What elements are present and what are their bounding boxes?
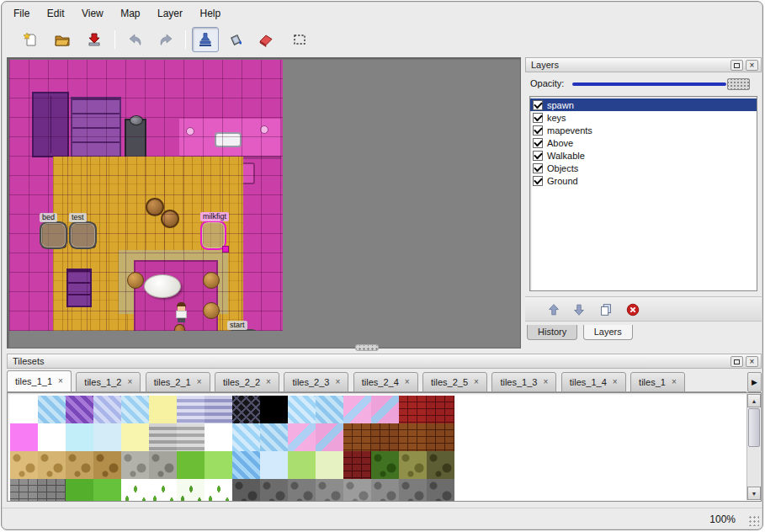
stamp-brush-button[interactable] <box>192 27 219 52</box>
scrollbar-thumb[interactable] <box>748 408 760 447</box>
tileset-view[interactable]: ▲ ▼ <box>7 392 762 502</box>
menu-edit[interactable]: Edit <box>40 6 72 21</box>
tileset-tile[interactable] <box>399 479 427 502</box>
menu-file[interactable]: File <box>7 6 36 21</box>
map-object-bed[interactable]: bed <box>40 221 67 249</box>
tileset-tab[interactable]: tiles_1 × <box>630 372 685 392</box>
tileset-tile[interactable] <box>343 451 371 479</box>
tileset-tile[interactable] <box>177 423 205 451</box>
rect-select-button[interactable] <box>286 27 313 52</box>
tileset-tab[interactable]: tiles_2_1 × <box>146 372 210 392</box>
tab-close-icon[interactable]: × <box>543 378 548 386</box>
tileset-tab[interactable]: tiles_2_3 × <box>284 372 348 392</box>
splitter-handle[interactable] <box>355 344 379 351</box>
tileset-tile[interactable] <box>149 479 177 502</box>
tileset-tile[interactable] <box>427 479 454 502</box>
tileset-tile[interactable] <box>177 451 205 479</box>
delete-layer-button[interactable] <box>623 301 643 319</box>
undo-button[interactable] <box>121 27 148 52</box>
tileset-tile[interactable] <box>343 396 371 423</box>
tileset-tile[interactable] <box>10 396 38 423</box>
tileset-tile[interactable] <box>10 423 38 451</box>
tileset-tile[interactable] <box>66 423 93 451</box>
tileset-tile[interactable] <box>288 451 316 479</box>
tileset-tile[interactable] <box>288 479 316 502</box>
tileset-tile[interactable] <box>149 396 177 423</box>
save-button[interactable] <box>81 27 108 52</box>
layer-visible-checkbox[interactable] <box>533 100 543 110</box>
menu-view[interactable]: View <box>75 6 110 21</box>
tileset-tile[interactable] <box>316 479 343 502</box>
tab-close-icon[interactable]: × <box>405 378 410 386</box>
tileset-tab[interactable]: tiles_1_4 × <box>561 372 626 392</box>
tileset-tile[interactable] <box>121 396 149 423</box>
tileset-tile[interactable] <box>343 479 371 502</box>
tileset-tile[interactable] <box>232 396 260 423</box>
layer-visible-checkbox[interactable] <box>533 113 543 123</box>
tileset-tile[interactable] <box>399 451 427 479</box>
menu-help[interactable]: Help <box>193 6 227 21</box>
resize-grip[interactable] <box>747 514 759 526</box>
tileset-tile[interactable] <box>260 423 288 451</box>
tab-close-icon[interactable]: × <box>58 377 63 386</box>
tileset-tile[interactable] <box>399 396 427 423</box>
tileset-tile[interactable] <box>288 396 316 423</box>
float-panel-button[interactable] <box>730 60 743 71</box>
tileset-tile[interactable] <box>427 423 454 451</box>
layer-visible-checkbox[interactable] <box>533 163 543 173</box>
tileset-tile[interactable] <box>149 423 177 451</box>
tileset-tile[interactable] <box>205 451 232 479</box>
scroll-down-button[interactable]: ▼ <box>747 487 761 500</box>
object-resize-handle[interactable] <box>222 246 229 253</box>
layer-row-mapevents[interactable]: mapevents <box>530 124 757 136</box>
tab-scroll-right-button[interactable]: ▶ <box>747 372 762 392</box>
tileset-tile[interactable] <box>10 479 38 502</box>
tileset-tile[interactable] <box>66 396 93 423</box>
tileset-tile[interactable] <box>205 396 232 423</box>
tileset-tile[interactable] <box>177 479 205 502</box>
tileset-tile[interactable] <box>93 479 121 502</box>
tileset-tile[interactable] <box>371 423 399 451</box>
tileset-tile[interactable] <box>205 479 232 502</box>
layer-visible-checkbox[interactable] <box>533 138 543 148</box>
tileset-tile[interactable] <box>232 451 260 479</box>
scroll-up-button[interactable]: ▲ <box>747 394 761 407</box>
tileset-tile[interactable] <box>232 479 260 502</box>
tab-close-icon[interactable]: × <box>613 378 618 386</box>
tileset-tile[interactable] <box>427 396 454 423</box>
tileset-tab[interactable]: tiles_2_2 × <box>215 372 279 392</box>
map-object-milkfigt[interactable]: milkfigt <box>200 221 226 250</box>
tab-close-icon[interactable]: × <box>197 378 202 386</box>
tileset-tile[interactable] <box>38 396 66 423</box>
tab-layers[interactable]: Layers <box>583 325 633 340</box>
redo-button[interactable] <box>153 27 180 52</box>
tileset-tile[interactable] <box>38 451 66 479</box>
layer-row-above[interactable]: Above <box>530 136 757 149</box>
tileset-tile[interactable] <box>260 396 288 423</box>
tileset-vertical-scrollbar[interactable]: ▲ ▼ <box>746 394 760 500</box>
menu-map[interactable]: Map <box>114 6 146 21</box>
tileset-tile[interactable] <box>371 396 399 423</box>
tileset-tile[interactable] <box>93 451 121 479</box>
tileset-tile[interactable] <box>93 396 121 423</box>
tileset-tile[interactable] <box>177 396 205 423</box>
tileset-tab[interactable]: tiles_1_2 × <box>76 372 141 392</box>
opacity-slider-handle[interactable] <box>727 78 750 90</box>
open-button[interactable] <box>49 27 76 52</box>
tileset-tile[interactable] <box>66 451 93 479</box>
menu-layer[interactable]: Layer <box>151 6 189 21</box>
tileset-tile[interactable] <box>288 423 316 451</box>
tileset-tile[interactable] <box>427 451 454 479</box>
tileset-tile[interactable] <box>343 423 371 451</box>
tab-close-icon[interactable]: × <box>474 378 479 386</box>
map-canvas[interactable]: bed test milkfigt start entr andorf <box>9 60 283 331</box>
duplicate-layer-button[interactable] <box>596 301 616 319</box>
tileset-tile[interactable] <box>260 479 288 502</box>
tileset-tile[interactable] <box>260 451 288 479</box>
raise-layer-button[interactable] <box>544 301 564 319</box>
tileset-tile[interactable] <box>121 479 149 502</box>
map-object-start[interactable]: start <box>227 329 259 331</box>
tab-history[interactable]: History <box>527 325 577 340</box>
tileset-tab[interactable]: tiles_2_5 × <box>422 372 487 392</box>
tileset-tile[interactable] <box>205 423 232 451</box>
